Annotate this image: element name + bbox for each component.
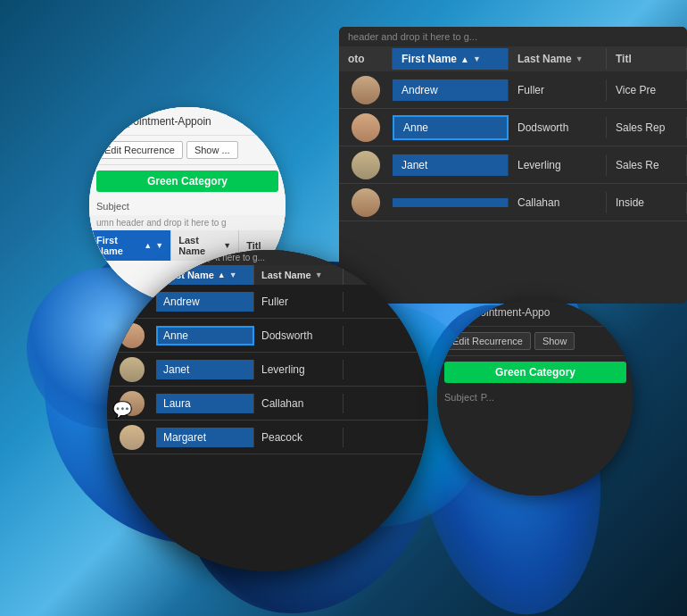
filter-icon-lastname-center: ▼: [315, 271, 323, 279]
sort-icon-center: ▲: [218, 271, 226, 279]
avatar: [352, 76, 380, 104]
lastname-filter-icon: ▼: [575, 54, 584, 63]
grid-cell-firstname: Laura: [156, 394, 254, 413]
bg-col-header-title[interactable]: Titl: [607, 48, 687, 70]
subject-row-light: Subject: [89, 197, 286, 215]
table-row: Laura Callahan: [107, 387, 428, 420]
grid-cell-firstname: [393, 198, 509, 207]
grid-cell-title: Inside: [607, 192, 687, 213]
filter-icon-center: ▼: [229, 271, 237, 279]
grid-cell-lastname: Dodsworth: [509, 117, 607, 138]
bg-col-header-lastname[interactable]: Last Name ▼: [509, 48, 607, 70]
grid-cell-title: Sales Re: [607, 154, 687, 176]
subject-value-dark: P...: [481, 392, 494, 403]
lastname-col-label: Last Name: [517, 53, 572, 65]
subject-label-dark: Subject: [444, 392, 477, 403]
grid-cell-firstname: Margaret: [156, 428, 254, 447]
grid-cell-title: Sales Rep: [607, 117, 687, 138]
avatar: [120, 357, 145, 382]
grid-cell-lastname: Fuller: [509, 79, 607, 101]
circle-zoom-center: Column header and drop it here to g... P…: [107, 250, 428, 571]
green-category-button-dark[interactable]: Green Category: [444, 362, 626, 383]
bg-col-header-photo: oto: [339, 48, 393, 70]
avatar-cell: [339, 73, 393, 107]
avatar-cell: [339, 111, 393, 145]
sort-asc-icon-light: ▲: [144, 241, 152, 250]
lastname-label-light: Last Name: [178, 235, 219, 256]
grid-cell-title: Vice Pre: [607, 79, 687, 101]
table-row: Margaret Peacock: [107, 420, 428, 454]
table-row: Anne Dodsworth Sales Rep: [339, 109, 687, 146]
col-header-lastname-center[interactable]: Last Name ▼: [254, 265, 344, 285]
filter-icon-light: ▼: [155, 241, 163, 250]
firstname-filter-icon: ▼: [473, 54, 481, 63]
appointment-panel-dark: ▦ Appointment-Appo Edit Recurrence Show …: [437, 299, 633, 495]
table-row: Andrew Fuller Vice Pre: [339, 71, 687, 109]
show-button-light[interactable]: Show ...: [186, 141, 238, 159]
avatar: [352, 113, 380, 142]
subject-label-light: Subject: [96, 201, 129, 212]
grid-cell-lastname: Fuller: [254, 292, 344, 312]
filter-icon-lastname-light: ▼: [223, 241, 231, 250]
title-label-light: Titl: [246, 240, 261, 251]
appointment-toolbar-light: Edit Recurrence Show ...: [89, 136, 286, 165]
firstname-label-light: First Name: [96, 235, 140, 256]
subject-row-dark: Subject P...: [437, 388, 633, 406]
avatar: [352, 188, 380, 217]
circle-zoom-bottom-right: ▦ Appointment-Appo Edit Recurrence Show …: [437, 299, 633, 495]
green-category-button-light[interactable]: Green Category: [96, 171, 278, 192]
comment-icon: 💬: [112, 400, 132, 420]
avatar: [120, 425, 145, 450]
grid-cell-firstname: Andrew: [156, 292, 254, 312]
appointment-toolbar-dark: Edit Recurrence Show: [437, 327, 633, 356]
drag-hint-bg: header and drop it here to g...: [339, 27, 687, 46]
grid-cell-lastname: Leverling: [254, 360, 344, 379]
grid-cell-firstname: Andrew: [393, 79, 509, 101]
grid-cell-firstname-editing[interactable]: Anne: [393, 115, 509, 140]
grid-cell-lastname: Dodsworth: [254, 326, 344, 345]
avatar-cell: [339, 148, 393, 182]
show-button-dark[interactable]: Show: [534, 332, 575, 350]
lastname-label-center: Last Name: [261, 270, 311, 280]
background-grid-panel: header and drop it here to g... oto Firs…: [339, 27, 687, 304]
avatar-cell: [107, 422, 156, 453]
bg-col-header-firstname[interactable]: First Name ▲ ▼: [393, 48, 509, 70]
firstname-col-label: First Name: [401, 53, 457, 65]
table-row: Janet Leverling: [107, 353, 428, 387]
drag-hint-light: umn header and drop it here to g: [89, 215, 286, 230]
bg-grid-header: oto First Name ▲ ▼ Last Name ▼ Titl: [339, 46, 687, 71]
table-row: Anne Dodsworth: [107, 319, 428, 353]
grid-cell-firstname-editing[interactable]: Anne: [156, 326, 254, 345]
grid-cell-lastname: Peacock: [254, 428, 344, 447]
avatar: [352, 151, 380, 179]
grid-cell-lastname: Callahan: [509, 192, 607, 213]
grid-cell-firstname: Janet: [156, 360, 254, 379]
firstname-sort-icon: ▲: [460, 54, 469, 64]
avatar-cell: [339, 186, 393, 220]
grid-cell-lastname: Callahan: [254, 394, 344, 413]
table-row: Callahan Inside: [339, 184, 687, 221]
grid-cell-firstname: Janet: [393, 154, 509, 176]
table-row: Janet Leverling Sales Re: [339, 146, 687, 184]
center-grid-panel: Column header and drop it here to g... P…: [107, 250, 428, 571]
grid-cell-lastname: Leverling: [509, 154, 607, 176]
